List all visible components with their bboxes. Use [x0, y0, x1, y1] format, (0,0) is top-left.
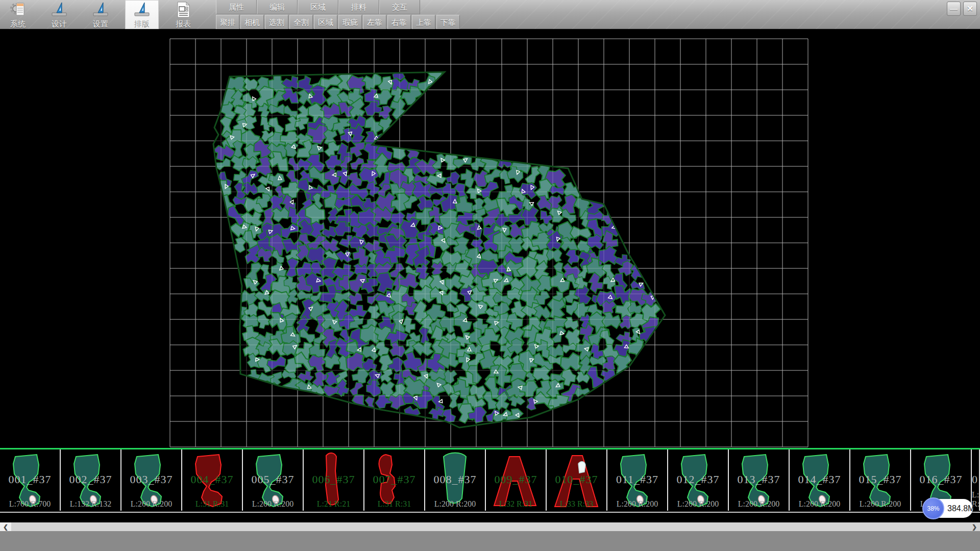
menu-tab-2[interactable]: 编辑 — [257, 0, 298, 14]
part-id-label: 017_#37 — [972, 473, 979, 486]
part-id-label: 009_#37 — [486, 473, 546, 486]
part-lr-label: L:200 R:200 — [850, 499, 910, 509]
part-thumbnail-004_#37[interactable]: 004_#37L:31 R:31 — [182, 449, 243, 511]
parts-thumbnail-strip: 001_#37L:700 R:700002_#37L:132 R:132003_… — [0, 449, 980, 513]
part-lr-label: L:33 R:33 — [547, 499, 606, 509]
scroll-left-arrow-icon[interactable]: ❮ — [0, 522, 11, 531]
toolbar: 系统设计设置排版报表 属性编辑区域排料交互 聚排相机选割全割区域瑕疵左靠右靠上靠… — [0, 0, 980, 29]
part-id-label: 007_#37 — [364, 473, 424, 486]
tool-button-7[interactable]: 左靠 — [363, 15, 386, 30]
launcher-label: 设置 — [93, 19, 108, 29]
close-button[interactable]: ✕ — [963, 2, 977, 16]
part-thumbnail-001_#37[interactable]: 001_#37L:700 R:700 — [0, 449, 61, 511]
menu-tab-1[interactable]: 属性 — [216, 0, 257, 14]
part-lr-label: L:32 R:31 — [486, 499, 546, 509]
part-lr-label: L:200 R:200 — [790, 499, 849, 509]
tool-button-8[interactable]: 右靠 — [387, 15, 411, 30]
tool-button-3[interactable]: 选割 — [265, 15, 288, 30]
launcher-button-4[interactable]: 排版 — [125, 0, 159, 29]
tool-button-1[interactable]: 聚排 — [216, 15, 239, 30]
part-thumbnail-006_#37[interactable]: 006_#37L:21 R:21 — [304, 449, 364, 511]
part-id-label: 015_#37 — [850, 473, 910, 486]
menu-tab-5[interactable]: 交互 — [379, 0, 420, 14]
launcher-label: 排版 — [134, 19, 150, 29]
part-id-label: 011_#37 — [607, 473, 667, 486]
part-lr-label: L:21 R:21 — [304, 499, 363, 509]
part-lr-label: L:200 R:200 — [607, 499, 667, 509]
part-id-label: 010_#37 — [547, 473, 606, 486]
part-id-label: 014_#37 — [790, 473, 849, 486]
part-thumbnail-011_#37[interactable]: 011_#37L:200 R:200 — [607, 449, 668, 511]
part-thumbnail-010_#37[interactable]: 010_#37L:33 R:33 — [547, 449, 607, 511]
system-gear-icon — [8, 1, 28, 19]
part-id-label: 006_#37 — [304, 473, 363, 486]
menu-tab-4[interactable]: 排料 — [338, 0, 379, 14]
nesting-canvas[interactable] — [0, 29, 980, 448]
launcher-button-5[interactable]: 报表 — [166, 0, 200, 29]
launcher-button-3[interactable]: 设置 — [84, 0, 117, 29]
part-id-label: 004_#37 — [182, 473, 242, 486]
settings-ruler-icon — [91, 1, 110, 19]
part-lr-label: L:700 R:700 — [0, 499, 60, 509]
menu-tab-3[interactable]: 区域 — [298, 0, 338, 14]
scroll-right-arrow-icon[interactable]: ❯ — [969, 522, 980, 531]
tool-button-5[interactable]: 区域 — [314, 15, 337, 30]
memory-usage-label: 384.8M — [947, 499, 974, 518]
part-lr-label: L:200 R:200 — [121, 499, 181, 509]
launcher: 系统设计设置排版报表 — [1, 0, 208, 29]
nesting-ruler-icon — [132, 1, 152, 19]
part-thumbnail-015_#37[interactable]: 015_#37L:200 R:200 — [850, 449, 911, 511]
launcher-button-2[interactable]: 设计 — [42, 0, 76, 29]
launcher-label: 报表 — [176, 19, 191, 29]
launcher-label: 系统 — [10, 19, 26, 29]
report-doc-icon — [174, 1, 193, 19]
part-thumbnail-008_#37[interactable]: 008_#37L:200 R:200 — [425, 449, 486, 511]
part-id-label: 012_#37 — [668, 473, 728, 486]
part-thumbnail-014_#37[interactable]: 014_#37L:200 R:200 — [790, 449, 850, 511]
part-id-label: 008_#37 — [425, 473, 485, 486]
part-id-label: 013_#37 — [729, 473, 789, 486]
window-controls: — ✕ — [947, 2, 977, 16]
part-id-label: 002_#37 — [61, 473, 120, 486]
tool-button-9[interactable]: 上靠 — [412, 15, 435, 30]
part-id-label: 016_#37 — [911, 473, 971, 486]
design-ruler-icon — [50, 1, 69, 19]
part-thumbnail-007_#37[interactable]: 007_#37L:31 R:31 — [364, 449, 425, 511]
tool-button-bar: 聚排相机选割全割区域瑕疵左靠右靠上靠下靠 — [216, 15, 461, 29]
tool-button-4[interactable]: 全割 — [289, 15, 313, 30]
progress-percent-badge: 38% — [922, 497, 944, 519]
part-id-label: 001_#37 — [0, 473, 60, 486]
part-lr-label: L:132 R:132 — [61, 499, 120, 509]
part-lr-label: L:31 R:31 — [182, 499, 242, 509]
launcher-button-1[interactable]: 系统 — [1, 0, 35, 29]
part-lr-label: L:200 R:200 — [729, 499, 789, 509]
part-lr-label: L:200 R:200 — [668, 499, 728, 509]
tool-button-2[interactable]: 相机 — [240, 15, 264, 30]
application-window: 系统设计设置排版报表 属性编辑区域排料交互 聚排相机选割全割区域瑕疵左靠右靠上靠… — [0, 0, 980, 551]
part-lr-label: L:31 R:31 — [364, 499, 424, 509]
launcher-label: 设计 — [52, 19, 67, 29]
part-thumbnail-002_#37[interactable]: 002_#37L:132 R:132 — [61, 449, 121, 511]
tool-button-6[interactable]: 瑕疵 — [338, 15, 362, 30]
part-id-label: 003_#37 — [121, 473, 181, 486]
minimize-button[interactable]: — — [947, 2, 961, 16]
part-lr-label: L:200 R:200 — [243, 499, 303, 509]
progress-pill: 38% 384.8M — [924, 499, 973, 518]
horizontal-scrollbar[interactable]: ❮ ❯ — [0, 522, 980, 531]
menu-tab-bar: 属性编辑区域排料交互 — [216, 0, 420, 14]
part-thumbnail-003_#37[interactable]: 003_#37L:200 R:200 — [121, 449, 182, 511]
part-thumbnail-013_#37[interactable]: 013_#37L:200 R:200 — [729, 449, 790, 511]
part-id-label: 005_#37 — [243, 473, 303, 486]
status-bar — [0, 531, 980, 551]
part-lr-label: L:200 R:200 — [425, 499, 485, 509]
tool-button-10[interactable]: 下靠 — [436, 15, 460, 30]
part-thumbnail-009_#37[interactable]: 009_#37L:32 R:31 — [486, 449, 547, 511]
part-thumbnail-012_#37[interactable]: 012_#37L:200 R:200 — [668, 449, 729, 511]
part-thumbnail-005_#37[interactable]: 005_#37L:200 R:200 — [243, 449, 304, 511]
